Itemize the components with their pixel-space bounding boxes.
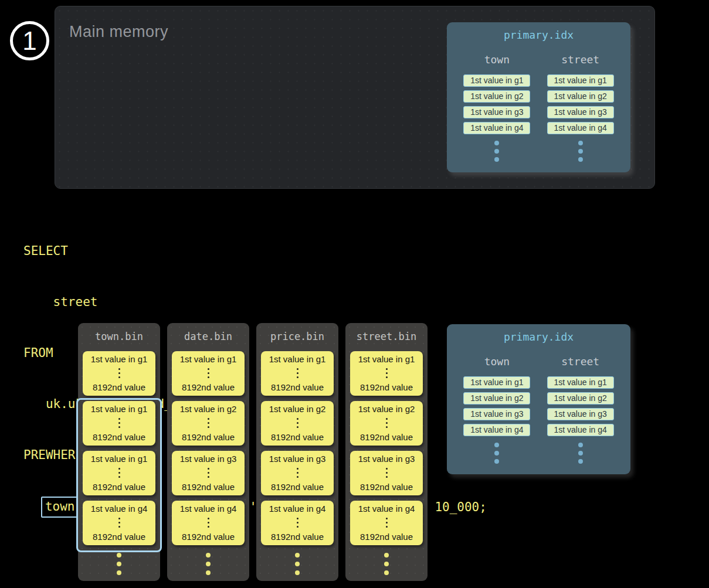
index-entries: 1st value in g1 1st value in g2 1st valu… (547, 376, 614, 436)
primary-index-box-disk: primary.idx town 1st value in g1 1st val… (447, 324, 630, 474)
index-column-town: town 1st value in g1 1st value in g2 1st… (463, 54, 530, 162)
index-column-header: street (561, 356, 599, 368)
granule-ellipsis (208, 418, 209, 428)
index-entry: 1st value in g4 (547, 424, 614, 436)
granule-first-value: 1st value in g3 (269, 454, 326, 464)
granule-first-value: 1st value in g2 (180, 404, 237, 414)
granule-ellipsis (118, 468, 120, 478)
granule-first-value: 1st value in g3 (358, 454, 415, 464)
granule-block: 1st value in g2 8192nd value (350, 401, 423, 446)
granule-ellipsis (386, 518, 388, 528)
granule-block: 1st value in g1 8192nd value (83, 401, 155, 446)
granule-block: 1st value in g1 8192nd value (350, 351, 423, 396)
index-entry: 1st value in g2 (547, 392, 614, 405)
granule-last-value: 8192nd value (360, 432, 413, 442)
index-entry: 1st value in g4 (463, 122, 530, 134)
index-entry: 1st value in g3 (463, 106, 530, 118)
granule-ellipsis (297, 518, 298, 528)
index-entry: 1st value in g2 (463, 392, 530, 405)
ellipsis-dots (494, 443, 499, 464)
index-entry: 1st value in g1 (547, 376, 614, 389)
bin-panel-street: street.bin 1st value in g1 8192nd value … (345, 323, 428, 581)
granule-block: 1st value in g2 8192nd value (172, 401, 245, 446)
granule-block: 1st value in g1 8192nd value (83, 451, 155, 495)
granule-last-value: 8192nd value (93, 382, 145, 392)
granule-first-value: 1st value in g2 (358, 404, 415, 414)
granule-ellipsis (297, 368, 298, 378)
granule-first-value: 1st value in g1 (91, 454, 148, 464)
granule-first-value: 1st value in g2 (269, 404, 326, 414)
granule-last-value: 8192nd value (93, 482, 145, 492)
index-entry: 1st value in g1 (547, 74, 614, 87)
index-entry: 1st value in g3 (547, 408, 614, 420)
bin-panel-price: price.bin 1st value in g1 8192nd value 1… (256, 323, 338, 581)
granule-ellipsis (118, 518, 120, 528)
granule-first-value: 1st value in g1 (91, 354, 148, 364)
index-entries: 1st value in g1 1st value in g2 1st valu… (463, 74, 530, 134)
granule-first-value: 1st value in g1 (91, 404, 148, 414)
granule-ellipsis (297, 468, 298, 478)
granule-ellipsis (208, 468, 209, 478)
granule-last-value: 8192nd value (182, 382, 235, 392)
granule-last-value: 8192nd value (93, 532, 145, 542)
granule-first-value: 1st value in g1 (358, 354, 415, 364)
sql-line: street (23, 294, 487, 311)
granule-block: 1st value in g4 8192nd value (261, 501, 334, 545)
granule-first-value: 1st value in g4 (91, 504, 148, 514)
granule-first-value: 1st value in g1 (269, 354, 326, 364)
granule-block: 1st value in g3 8192nd value (350, 451, 423, 495)
index-entry: 1st value in g3 (547, 106, 614, 118)
primary-index-columns: town 1st value in g1 1st value in g2 1st… (447, 356, 630, 464)
index-entry: 1st value in g2 (547, 90, 614, 103)
granule-ellipsis (386, 418, 388, 428)
granule-list: 1st value in g1 8192nd value 1st value i… (345, 351, 428, 545)
primary-index-columns: town 1st value in g1 1st value in g2 1st… (447, 54, 630, 162)
ellipsis-dots (578, 141, 583, 162)
granule-last-value: 8192nd value (271, 432, 324, 442)
granule-ellipsis (118, 418, 120, 428)
granule-last-value: 8192nd value (182, 482, 235, 492)
granule-block: 1st value in g4 8192nd value (172, 501, 245, 545)
primary-index-box-memory: primary.idx town 1st value in g1 1st val… (447, 22, 630, 172)
ellipsis-dots (578, 443, 583, 464)
granule-last-value: 8192nd value (360, 482, 413, 492)
index-column-street: street 1st value in g1 1st value in g2 1… (547, 356, 614, 464)
granule-ellipsis (386, 468, 388, 478)
granule-last-value: 8192nd value (93, 432, 145, 442)
ellipsis-dots (345, 553, 428, 575)
ellipsis-dots (167, 553, 249, 575)
granule-block: 1st value in g4 8192nd value (350, 501, 423, 545)
index-column-town: town 1st value in g1 1st value in g2 1st… (463, 356, 530, 464)
ellipsis-dots (494, 141, 499, 162)
index-entries: 1st value in g1 1st value in g2 1st valu… (547, 74, 614, 134)
granule-first-value: 1st value in g1 (180, 354, 237, 364)
granule-ellipsis (208, 518, 209, 528)
primary-index-title: primary.idx (447, 29, 630, 41)
granule-block: 1st value in g3 8192nd value (261, 451, 334, 495)
granule-first-value: 1st value in g4 (358, 504, 415, 514)
index-entry: 1st value in g3 (463, 408, 530, 420)
granule-ellipsis (208, 368, 209, 378)
granule-block: 1st value in g1 8192nd value (83, 351, 155, 396)
granule-last-value: 8192nd value (271, 482, 324, 492)
granule-last-value: 8192nd value (182, 532, 235, 542)
primary-index-title: primary.idx (447, 331, 630, 343)
index-column-street: street 1st value in g1 1st value in g2 1… (547, 54, 614, 162)
granule-list: 1st value in g1 8192nd value 1st value i… (167, 351, 249, 545)
granule-last-value: 8192nd value (271, 532, 324, 542)
granule-first-value: 1st value in g4 (180, 504, 237, 514)
granule-block: 1st value in g4 8192nd value (83, 501, 155, 545)
granule-list: 1st value in g1 8192nd value 1st value i… (256, 351, 338, 545)
granule-first-value: 1st value in g3 (180, 454, 237, 464)
bin-panel-date: date.bin 1st value in g1 8192nd value 1s… (167, 323, 249, 581)
granule-last-value: 8192nd value (360, 382, 413, 392)
index-column-header: town (484, 356, 510, 368)
granule-last-value: 8192nd value (271, 382, 324, 392)
granule-block: 1st value in g1 8192nd value (261, 351, 334, 396)
step-badge: 1 (10, 21, 49, 60)
index-entry: 1st value in g4 (463, 424, 530, 436)
index-entry: 1st value in g2 (463, 90, 530, 103)
granule-block: 1st value in g2 8192nd value (261, 401, 334, 446)
granule-block: 1st value in g3 8192nd value (172, 451, 245, 495)
granule-block: 1st value in g1 8192nd value (172, 351, 245, 396)
